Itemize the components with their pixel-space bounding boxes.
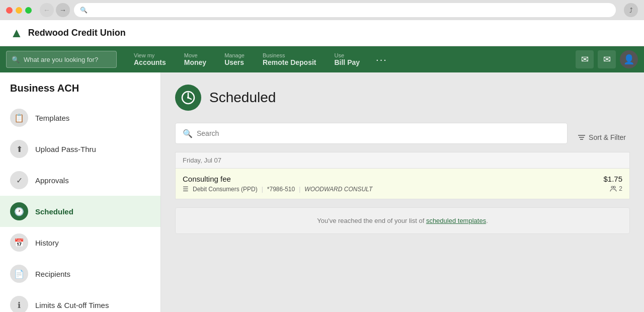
transaction-name: Consulting fee <box>183 175 372 183</box>
transaction-left: Consulting fee ☰ Debit Consumers (PPD) |… <box>183 175 372 193</box>
approvals-icon: ✓ <box>10 171 28 189</box>
nav-search-text: What are you looking for? <box>24 56 98 63</box>
content-search-bar[interactable]: 🔍 <box>175 123 568 144</box>
transaction-details: ☰ Debit Consumers (PPD) | *7986-510 | WO… <box>183 185 372 193</box>
end-message-link[interactable]: scheduled templates <box>426 217 486 224</box>
nav-item-bill-pay[interactable]: Use Bill Pay <box>325 49 369 69</box>
sidebar-item-history[interactable]: 📅 History <box>0 227 160 258</box>
transaction-right: $1.75 2 <box>603 175 622 192</box>
sidebar-item-scheduled-label: Scheduled <box>35 207 73 216</box>
search-input[interactable] <box>197 129 560 137</box>
nav-search-icon: 🔍 <box>12 56 20 63</box>
user-avatar[interactable]: 👤 <box>620 50 638 68</box>
sidebar: Business ACH 📋 Templates ⬆ Upload Pass-T… <box>0 72 161 312</box>
sort-filter-icon <box>578 133 586 141</box>
nav-item-move-money[interactable]: Move Money <box>175 49 215 69</box>
sidebar-item-limits[interactable]: ℹ Limits & Cut-off Times <box>0 289 160 312</box>
sidebar-item-upload-label: Upload Pass-Thru <box>35 145 96 153</box>
sidebar-item-history-label: History <box>35 239 59 247</box>
page-icon <box>175 85 201 111</box>
transaction-amount: $1.75 <box>603 175 622 183</box>
page-header: Scheduled <box>175 85 630 111</box>
svg-point-8 <box>613 186 615 188</box>
scheduled-icon: 🕐 <box>10 202 28 220</box>
nav-more-button[interactable]: ··· <box>369 54 394 65</box>
nav-item-move-money-sub: Move <box>184 52 198 58</box>
svg-point-3 <box>187 97 189 99</box>
nav-item-bill-pay-sub: Use <box>334 52 344 58</box>
limits-icon: ℹ <box>10 296 28 312</box>
nav-item-view-accounts-sub: View my <box>134 52 154 58</box>
back-button[interactable]: ← <box>40 3 54 17</box>
transaction-type: Debit Consumers (PPD) <box>193 186 258 193</box>
close-button[interactable] <box>6 7 13 14</box>
nav-search-bar[interactable]: 🔍 What are you looking for? <box>6 51 117 68</box>
transaction-company: WOODWARD CONSULT <box>304 186 372 193</box>
chat-icon[interactable]: ✉ <box>576 50 594 68</box>
search-filter-row: 🔍 Sort & Filter <box>175 123 630 152</box>
sidebar-item-recipients-label: Recipients <box>35 270 70 278</box>
logo-icon: ▲ <box>10 25 23 41</box>
browser-nav: ← → <box>40 3 70 17</box>
people-icon <box>610 185 617 192</box>
transaction-row[interactable]: Consulting fee ☰ Debit Consumers (PPD) |… <box>175 168 630 199</box>
sidebar-title: Business ACH <box>0 83 160 102</box>
transaction-ref: *7986-510 <box>267 186 295 193</box>
nav-item-manage-users-sub: Manage <box>224 52 245 58</box>
nav-item-bill-pay-main: Bill Pay <box>334 58 360 66</box>
nav-right-icons: ✉ ✉ 👤 <box>576 50 638 68</box>
sort-filter-label: Sort & Filter <box>589 133 626 141</box>
content-area: Scheduled 🔍 Sort & Filter Friday, Jul 07 <box>161 72 644 312</box>
forward-button[interactable]: → <box>56 3 70 17</box>
content-search-icon: 🔍 <box>183 129 193 138</box>
toolbar-icons: ⤴ <box>624 3 638 17</box>
end-message-prefix: You've reached the end of your list of <box>317 217 426 224</box>
sidebar-item-scheduled[interactable]: 🕐 Scheduled <box>0 196 160 227</box>
date-header: Friday, Jul 07 <box>175 152 630 168</box>
nav-item-view-accounts-main: Accounts <box>134 58 166 66</box>
url-search-icon: 🔍 <box>80 7 88 14</box>
app-header: ▲ Redwood Credit Union <box>0 20 644 46</box>
nav-item-brd-sub: Business <box>263 52 285 58</box>
people-count: 2 <box>619 185 622 192</box>
nav-item-manage-users-main: Users <box>224 58 244 66</box>
maximize-button[interactable] <box>25 7 32 14</box>
nav-items: View my Accounts Move Money Manage Users… <box>125 49 576 69</box>
page-title: Scheduled <box>209 90 276 106</box>
end-message-suffix: . <box>486 217 488 224</box>
sidebar-item-recipients[interactable]: 📄 Recipients <box>0 258 160 289</box>
nav-item-move-money-main: Money <box>184 58 206 66</box>
sidebar-item-limits-label: Limits & Cut-off Times <box>35 301 109 309</box>
search-wrap: 🔍 <box>175 123 568 152</box>
upload-icon: ⬆ <box>10 140 28 158</box>
transaction-people: 2 <box>603 185 622 192</box>
sort-filter-button[interactable]: Sort & Filter <box>574 131 630 143</box>
nav-item-view-accounts[interactable]: View my Accounts <box>125 49 175 69</box>
logo-text: Redwood Credit Union <box>28 28 126 38</box>
traffic-lights <box>6 7 32 14</box>
nav-item-business-remote-deposit[interactable]: Business Remote Deposit <box>254 49 326 69</box>
logo-area: ▲ Redwood Credit Union <box>10 25 126 41</box>
nav-item-brd-main: Remote Deposit <box>263 58 316 66</box>
nav-item-manage-users[interactable]: Manage Users <box>215 49 254 69</box>
mail-icon[interactable]: ✉ <box>598 50 616 68</box>
sidebar-item-templates[interactable]: 📋 Templates <box>0 102 160 133</box>
templates-icon: 📋 <box>10 109 28 127</box>
titlebar: ← → 🔍 ⤴ <box>0 0 644 20</box>
nav-bar: 🔍 What are you looking for? View my Acco… <box>0 46 644 72</box>
end-of-list: You've reached the end of your list of s… <box>175 207 630 234</box>
sidebar-item-approvals-label: Approvals <box>35 176 69 185</box>
sidebar-item-approvals[interactable]: ✓ Approvals <box>0 165 160 196</box>
sidebar-item-templates-label: Templates <box>35 114 69 122</box>
transaction-type-icon: ☰ <box>183 185 189 193</box>
minimize-button[interactable] <box>16 7 22 14</box>
recipients-icon: 📄 <box>10 265 28 283</box>
url-bar[interactable]: 🔍 <box>74 3 616 17</box>
history-icon: 📅 <box>10 233 28 252</box>
share-icon[interactable]: ⤴ <box>624 3 638 17</box>
main-layout: Business ACH 📋 Templates ⬆ Upload Pass-T… <box>0 72 644 312</box>
sidebar-item-upload-pass-thru[interactable]: ⬆ Upload Pass-Thru <box>0 133 160 165</box>
